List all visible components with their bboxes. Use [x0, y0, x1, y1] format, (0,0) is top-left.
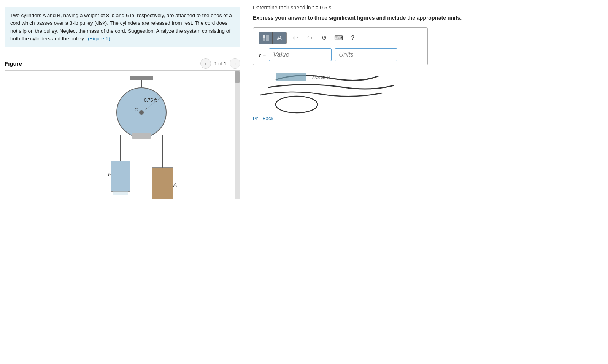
- left-panel: Two cylinders A and B, having a weight o…: [0, 0, 245, 364]
- svg-rect-0: [130, 76, 153, 80]
- svg-text:O: O: [135, 107, 138, 112]
- svg-rect-10: [111, 161, 130, 191]
- answer-box: iiÅ ↩ ↪ ↺ ⌨ ? v =: [253, 27, 428, 65]
- v-label: v =: [259, 52, 266, 58]
- svg-rect-16: [266, 35, 269, 38]
- input-row: v =: [259, 48, 422, 61]
- svg-text:B: B: [108, 171, 111, 177]
- undo-button[interactable]: ↩: [289, 32, 301, 44]
- value-input[interactable]: [269, 48, 332, 61]
- units-input[interactable]: [335, 48, 397, 61]
- figure-svg: O 0.75 ft B A: [5, 71, 240, 199]
- figure-next-button[interactable]: ›: [230, 58, 240, 69]
- svg-rect-14: [113, 191, 128, 195]
- help-button[interactable]: ?: [347, 32, 359, 44]
- figure-label: Figure: [5, 60, 22, 67]
- speed-prompt: Determine their speed in t = 0.5 s.: [253, 5, 600, 11]
- svg-rect-15: [263, 35, 265, 38]
- svg-rect-12: [152, 168, 173, 199]
- links-area: Pr Back: [253, 116, 600, 121]
- problem-statement: Two cylinders A and B, having a weight o…: [5, 7, 240, 47]
- toolbar: iiÅ ↩ ↪ ↺ ⌨ ?: [259, 32, 422, 44]
- right-panel: Determine their speed in t = 0.5 s. Expr…: [245, 0, 608, 364]
- svg-rect-17: [263, 38, 265, 41]
- figure-section: Figure ‹ 1 of 1 › O: [0, 58, 245, 199]
- svg-text:0.75 ft: 0.75 ft: [144, 98, 157, 103]
- answer-instruction: Express your answer to three significant…: [253, 14, 600, 22]
- back-link[interactable]: Back: [262, 116, 273, 121]
- svg-rect-7: [132, 133, 151, 139]
- scrollbar[interactable]: [235, 71, 240, 199]
- units-symbol-button[interactable]: iiÅ: [273, 32, 286, 44]
- annotation-area: ANSWER: [253, 68, 600, 114]
- matrix-button[interactable]: [259, 32, 273, 44]
- figure-nav: ‹ 1 of 1 ›: [200, 58, 240, 69]
- figure-counter: 1 of 1: [214, 61, 227, 66]
- svg-text:A: A: [173, 182, 177, 188]
- refresh-button[interactable]: ↺: [318, 32, 330, 44]
- matrix-icon: [262, 35, 269, 41]
- svg-rect-18: [266, 38, 269, 41]
- figure-link[interactable]: (Figure 1): [88, 36, 110, 41]
- figure-prev-button[interactable]: ‹: [200, 58, 211, 69]
- figure-area: O 0.75 ft B A: [5, 70, 240, 199]
- prev-answer-link[interactable]: Pr: [253, 116, 258, 121]
- diagram-svg: O 0.75 ft B A: [43, 74, 202, 199]
- scrollbar-thumb[interactable]: [235, 71, 240, 83]
- keyboard-button[interactable]: ⌨: [332, 32, 344, 44]
- matrix-button-group: iiÅ: [259, 32, 287, 44]
- problem-text: Two cylinders A and B, having a weight o…: [10, 13, 232, 41]
- redo-button[interactable]: ↪: [303, 32, 316, 44]
- figure-header: Figure ‹ 1 of 1 ›: [5, 58, 240, 69]
